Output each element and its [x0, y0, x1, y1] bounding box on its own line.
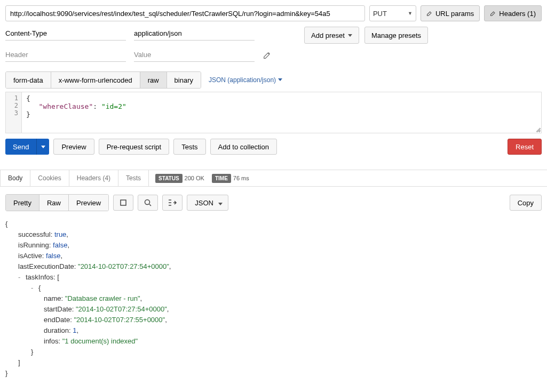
wrap-toggle-button[interactable] [113, 195, 133, 211]
editor-gutter: 1 2 3 [6, 92, 22, 133]
copy-button[interactable]: Copy [510, 195, 542, 211]
header-value-new[interactable] [134, 48, 255, 62]
body-type-segment: form-data x-www-form-urlencoded raw bina… [5, 71, 201, 89]
collapse-button[interactable] [162, 195, 183, 211]
view-format-select[interactable]: JSON [187, 195, 228, 211]
edit-icon [490, 10, 496, 17]
add-preset-button[interactable]: Add preset [304, 27, 359, 44]
tests-button[interactable]: Tests [173, 139, 205, 155]
send-dropdown[interactable] [36, 139, 49, 155]
raw-subtype-select[interactable]: JSON (application/json) [209, 76, 282, 84]
manage-presets-label: Manage presets [371, 31, 421, 39]
response-tab-body[interactable]: Body [0, 170, 30, 186]
resize-handle-icon[interactable] [535, 126, 540, 132]
svg-rect-0 [121, 200, 126, 205]
headers-button[interactable]: Headers (1) [484, 5, 542, 21]
collapse-toggle[interactable]: - [31, 283, 38, 293]
body-type-form[interactable]: form-data [6, 72, 51, 88]
body-type-raw[interactable]: raw [140, 72, 167, 88]
svg-point-1 [145, 200, 150, 205]
url-params-label: URL params [435, 10, 474, 18]
view-pretty[interactable]: Pretty [6, 195, 39, 211]
send-button[interactable]: Send [5, 139, 49, 155]
send-label: Send [5, 139, 36, 155]
preview-button[interactable]: Preview [53, 139, 94, 155]
add-preset-label: Add preset [311, 31, 345, 39]
response-json-viewer: { successful: true, isRunning: false, is… [0, 215, 547, 389]
headers-label: Headers (1) [499, 10, 536, 18]
response-tab-cookies[interactable]: Cookies [30, 170, 69, 186]
header-name-1[interactable] [5, 27, 126, 41]
search-button[interactable] [138, 195, 158, 211]
time-label-badge: TIME [212, 174, 231, 183]
header-value-1[interactable] [134, 27, 255, 41]
status-value: 200 OK [185, 175, 204, 181]
square-icon [119, 199, 128, 206]
edit-row-icon[interactable] [263, 50, 272, 60]
view-preview[interactable]: Preview [69, 195, 108, 211]
url-params-button[interactable]: URL params [421, 5, 480, 21]
request-body-editor[interactable]: 1 2 3 { "whereClause": "id=2" } [5, 92, 542, 133]
search-icon [144, 198, 152, 207]
view-format-label: JSON [195, 199, 213, 207]
body-type-xwww[interactable]: x-www-form-urlencoded [51, 72, 140, 88]
url-input[interactable] [5, 5, 365, 21]
manage-presets-button[interactable]: Manage presets [364, 27, 428, 44]
status-label-badge: STATUS [155, 174, 183, 183]
method-select[interactable]: PUT [369, 5, 416, 21]
svg-line-2 [149, 204, 151, 206]
response-tab-headers[interactable]: Headers (4) [69, 170, 118, 186]
view-raw[interactable]: Raw [39, 195, 69, 211]
edit-icon [426, 10, 433, 17]
pre-request-script-button[interactable]: Pre-request script [99, 139, 170, 155]
collapse-icon [168, 199, 177, 206]
body-type-binary[interactable]: binary [167, 72, 201, 88]
header-name-new[interactable] [5, 48, 126, 62]
method-value: PUT [373, 10, 387, 18]
reset-button[interactable]: Reset [508, 139, 542, 155]
time-value: 76 ms [233, 175, 249, 181]
add-to-collection-button[interactable]: Add to collection [210, 139, 277, 155]
collapse-toggle[interactable]: - [18, 272, 26, 283]
response-tab-tests[interactable]: Tests [118, 170, 149, 186]
